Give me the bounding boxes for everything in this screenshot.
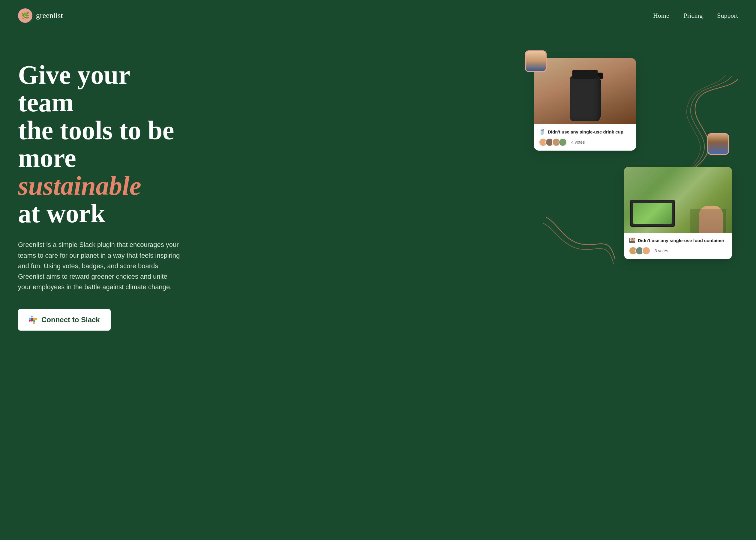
card-drink-cup: 🥤 Didn't use any single-use drink cup 4 …	[534, 58, 636, 151]
card-2-votes: 3 votes	[655, 248, 668, 253]
navbar: 🌿 greenlist Home Pricing Support	[0, 0, 756, 31]
card-1-title: Didn't use any single-use drink cup	[548, 129, 623, 134]
cup-shape	[574, 79, 601, 118]
nav-home[interactable]: Home	[653, 12, 669, 19]
food-hand	[699, 206, 723, 233]
card-food-image	[624, 167, 732, 233]
card-cup-image	[534, 58, 636, 124]
card-1-emoji: 🥤	[539, 128, 546, 135]
person-avatar-2	[708, 134, 728, 154]
hero-right: 🥤 Didn't use any single-use drink cup 4 …	[522, 49, 738, 259]
hero-heading: Give your team the tools to be more sust…	[18, 61, 192, 227]
cup-highlight	[578, 85, 581, 106]
floating-avatar-1	[525, 51, 547, 72]
card-2-footer: 🍱 Didn't use any single-use food contain…	[624, 233, 732, 259]
slack-icon	[29, 316, 37, 324]
card-2-emoji: 🍱	[629, 237, 635, 244]
logo[interactable]: 🌿 greenlist	[18, 8, 63, 23]
card-1-votes: 4 votes	[571, 140, 585, 145]
heading-highlight: sustainable	[18, 171, 141, 201]
nav-support[interactable]: Support	[717, 12, 738, 19]
card-1-footer: 🥤 Didn't use any single-use drink cup 4 …	[534, 124, 636, 151]
card-2-votes-row: 3 votes	[629, 247, 727, 255]
cup-body	[574, 79, 601, 118]
logo-icon: 🌿	[18, 8, 32, 23]
nav-pricing[interactable]: Pricing	[684, 12, 703, 19]
person-avatar-1	[526, 51, 546, 71]
heading-line2: the tools to be	[18, 116, 174, 145]
card-2-title: Didn't use any single-use food container	[638, 238, 724, 243]
card-1-avatars	[539, 138, 565, 146]
logo-text: greenlist	[36, 11, 63, 20]
card-food-container: 🍱 Didn't use any single-use food contain…	[624, 167, 732, 259]
nav-links: Home Pricing Support	[653, 12, 738, 20]
heading-line4: at work	[18, 199, 105, 228]
card-1-votes-row: 4 votes	[539, 138, 631, 146]
heading-line3-prefix: more	[18, 143, 76, 173]
cup-visual	[534, 58, 636, 124]
card-1-title-row: 🥤 Didn't use any single-use drink cup	[539, 128, 631, 135]
card-2-avatars	[629, 247, 649, 255]
avatar-7	[642, 247, 650, 255]
heading-line1: Give your team	[18, 60, 130, 117]
food-box	[630, 200, 675, 227]
connect-to-slack-button[interactable]: Connect to Slack	[18, 309, 111, 331]
floating-avatar-2	[707, 133, 729, 155]
food-contents	[633, 203, 672, 224]
food-visual	[624, 167, 732, 233]
hero-left: Give your team the tools to be more sust…	[18, 49, 192, 331]
card-2-title-row: 🍱 Didn't use any single-use food contain…	[629, 237, 727, 244]
hero-description: Greenlist is a simple Slack plugin that …	[18, 239, 180, 292]
avatar-4	[559, 138, 567, 146]
cup-lid	[573, 72, 603, 79]
hero-section: Give your team the tools to be more sust…	[0, 31, 756, 540]
cta-label: Connect to Slack	[42, 316, 100, 324]
swirl-decoration-bottom	[540, 211, 618, 271]
